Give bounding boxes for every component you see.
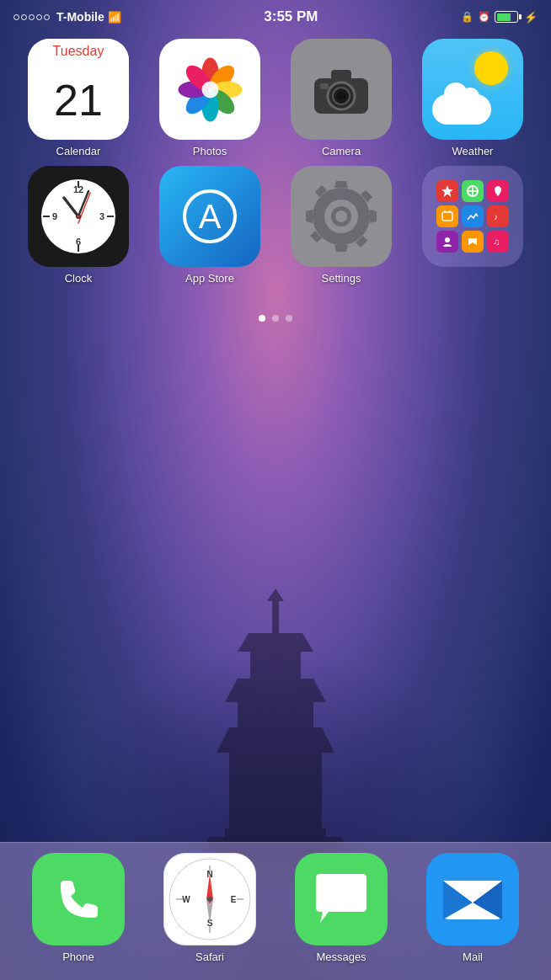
mail-label: Mail xyxy=(463,951,483,963)
extras-mini-3 xyxy=(487,180,509,202)
clock-svg: 12 3 6 9 xyxy=(36,174,120,258)
phone-svg xyxy=(51,872,106,927)
extras-folder-app[interactable]: ♪ ♫ xyxy=(411,166,534,285)
photos-app[interactable]: Photos xyxy=(148,39,271,157)
svg-text:W: W xyxy=(182,895,190,904)
svg-marker-4 xyxy=(225,679,326,702)
alarm-icon: ⏰ xyxy=(478,11,490,23)
safari-svg: N S E W xyxy=(168,857,252,941)
weather-cloud xyxy=(432,94,491,125)
svg-text:A: A xyxy=(199,198,222,235)
camera-body xyxy=(308,60,375,119)
svg-point-54 xyxy=(445,237,450,242)
weather-label: Weather xyxy=(452,145,494,157)
status-bar: T-Mobile 📶 3:55 PM 🔒 ⏰ ⚡ xyxy=(0,0,551,30)
camera-svg xyxy=(308,60,375,119)
photos-icon xyxy=(159,39,260,140)
weather-app[interactable]: Weather xyxy=(411,39,534,157)
camera-label: Camera xyxy=(322,145,361,157)
page-dot-3[interactable] xyxy=(286,315,292,322)
calendar-app[interactable]: Tuesday 21 Calendar xyxy=(17,39,140,157)
svg-marker-6 xyxy=(238,633,313,652)
battery-indicator xyxy=(495,11,518,23)
wifi-icon: 📶 xyxy=(108,11,121,24)
battery-fill xyxy=(497,13,511,21)
messages-icon xyxy=(295,853,388,945)
carrier-label: T-Mobile xyxy=(56,10,104,24)
extras-mini-2 xyxy=(462,180,484,202)
svg-text:♫: ♫ xyxy=(493,237,500,247)
status-right: 🔒 ⏰ ⚡ xyxy=(461,11,538,24)
extras-mini-4 xyxy=(436,205,458,227)
calendar-day-name: Tuesday xyxy=(28,39,129,61)
svg-point-46 xyxy=(335,210,347,222)
page-dot-1[interactable] xyxy=(259,315,265,322)
clock-icon: 12 3 6 9 xyxy=(28,166,129,267)
page-dot-2[interactable] xyxy=(272,315,279,322)
svg-text:6: 6 xyxy=(76,237,81,247)
svg-rect-25 xyxy=(320,83,329,89)
weather-icon xyxy=(422,39,523,140)
svg-point-40 xyxy=(78,216,80,218)
svg-rect-21 xyxy=(331,70,351,80)
camera-icon xyxy=(291,39,392,140)
messages-label: Messages xyxy=(316,951,366,963)
svg-rect-3 xyxy=(238,702,313,727)
settings-svg xyxy=(303,178,379,254)
status-left: T-Mobile 📶 xyxy=(13,10,121,24)
signal-dot-2 xyxy=(21,14,27,20)
mail-svg xyxy=(439,874,506,924)
svg-text:3: 3 xyxy=(99,211,104,221)
lock-icon: 🔒 xyxy=(461,11,473,23)
svg-text:9: 9 xyxy=(52,211,57,221)
messages-svg xyxy=(308,865,375,933)
extras-mini-8 xyxy=(462,231,484,253)
phone-icon xyxy=(32,853,125,945)
settings-icon xyxy=(291,166,392,267)
appstore-label: App Store xyxy=(185,272,234,285)
calendar-content: Tuesday 21 xyxy=(28,39,129,140)
calendar-label: Calendar xyxy=(56,145,101,157)
charging-bolt: ⚡ xyxy=(524,11,538,24)
settings-label: Settings xyxy=(322,272,361,285)
svg-rect-5 xyxy=(250,652,301,679)
extras-grid: ♪ ♫ xyxy=(430,173,516,259)
clock-app[interactable]: 12 3 6 9 Clock xyxy=(17,166,140,285)
safari-app[interactable]: N S E W Safari xyxy=(148,853,271,963)
settings-app[interactable]: Settings xyxy=(280,166,403,285)
svg-point-19 xyxy=(201,81,218,98)
calendar-day-number: 21 xyxy=(28,61,129,140)
svg-text:12: 12 xyxy=(73,184,83,194)
extras-mini-6: ♪ xyxy=(487,205,509,227)
extras-mini-9: ♫ xyxy=(487,231,509,253)
clock-label: Clock xyxy=(65,272,93,285)
weather-sun xyxy=(474,51,508,85)
messages-app[interactable]: Messages xyxy=(280,853,403,963)
time-display: 3:55 PM xyxy=(264,8,318,25)
svg-point-68 xyxy=(207,897,212,902)
extras-mini-7 xyxy=(436,231,458,253)
svg-rect-7 xyxy=(272,601,279,633)
page-dots xyxy=(0,301,551,335)
signal-dot-3 xyxy=(29,14,35,20)
dock-icons: Phone N S xyxy=(17,853,534,963)
svg-rect-1 xyxy=(229,753,322,837)
signal-dot-5 xyxy=(44,14,50,20)
svg-text:E: E xyxy=(231,895,237,904)
svg-point-24 xyxy=(337,92,345,100)
appstore-icon: A xyxy=(159,166,260,267)
calendar-icon: Tuesday 21 xyxy=(28,39,129,140)
svg-text:♪: ♪ xyxy=(494,212,498,221)
photos-svg xyxy=(174,54,246,125)
svg-marker-8 xyxy=(267,589,284,601)
phone-app[interactable]: Phone xyxy=(17,853,140,963)
app-grid: Tuesday 21 Calendar xyxy=(0,30,551,293)
appstore-svg: A xyxy=(176,183,243,250)
photos-label: Photos xyxy=(193,145,227,157)
mail-app[interactable]: Mail xyxy=(411,853,534,963)
mail-icon xyxy=(426,853,519,945)
signal-dots xyxy=(13,14,50,20)
safari-label: Safari xyxy=(195,951,224,963)
appstore-app[interactable]: A App Store xyxy=(148,166,271,285)
camera-app[interactable]: Camera xyxy=(280,39,403,157)
